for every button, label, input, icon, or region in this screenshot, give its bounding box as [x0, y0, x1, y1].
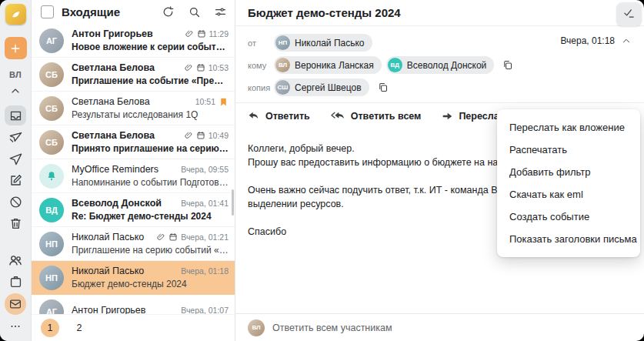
select-all-checkbox[interactable]: [41, 5, 54, 18]
pagination: 1 2: [32, 314, 235, 341]
menu-item-add-filter[interactable]: Добавить фильтр: [497, 161, 640, 183]
sidebar-item-calendar[interactable]: [5, 272, 26, 292]
mail-list-rows: АГ Антон Григорьев 11:29 Новое вложение …: [32, 24, 235, 314]
bell-icon: [45, 170, 58, 182]
cc-chip[interactable]: СШ Сергей Швецов: [274, 79, 369, 96]
app-window: ВЛ: [0, 0, 644, 341]
avatar: СШ: [275, 80, 290, 95]
sidebar-item-contacts[interactable]: [5, 250, 26, 270]
folder-title: Входящие: [62, 5, 162, 18]
reply-button[interactable]: Ответить: [248, 110, 310, 122]
sidebar-item-sent[interactable]: [5, 149, 26, 169]
logo-bird-icon: [9, 8, 22, 21]
menu-item-show-headers[interactable]: Показать заголовки письма: [497, 228, 640, 250]
to-chip[interactable]: ВЛ Вероника Ланская: [274, 56, 382, 74]
outbox-icon: [8, 130, 23, 145]
list-item[interactable]: СБ Светлана Белова 10:53 Приглашение на …: [32, 58, 235, 92]
avatar: ВД: [39, 198, 64, 222]
filter-button[interactable]: [214, 5, 227, 18]
mail-list-panel: Входящие АГ Антон Григорьев: [32, 0, 235, 341]
message-subject: Новое вложение к серии событий «Аналити.…: [72, 42, 229, 52]
send-icon: [8, 152, 23, 166]
reading-pane: Бюджет демо-стенды 2024 от НП Николай Па…: [235, 0, 644, 341]
list-item[interactable]: НП Николай Пасько Вчера, 01:21 Приглашен…: [32, 227, 235, 261]
message-title: Бюджет демо-стенды 2024: [248, 6, 401, 19]
sender-name: Светлана Белова: [72, 62, 179, 73]
copy-recipients-button[interactable]: [502, 59, 513, 71]
collapse-header-icon[interactable]: [621, 35, 632, 46]
avatar: НП: [39, 232, 64, 256]
copy-cc-button[interactable]: [377, 82, 389, 93]
menu-item-forward-as-attachment[interactable]: Переслать как вложение: [497, 116, 640, 139]
message-time: 10:53: [209, 63, 229, 72]
search-button[interactable]: [188, 5, 201, 18]
list-item[interactable]: СБ Светлана Белова 10:49 Принято приглаш…: [32, 125, 235, 159]
list-item-selected[interactable]: НП Николай Пасько Вчера, 01:18 Бюджет де…: [32, 261, 235, 295]
sidebar-item-mail[interactable]: [5, 293, 26, 315]
ellipsis-icon: [8, 319, 22, 333]
contacts-icon: [8, 252, 23, 268]
filter-icon: [214, 5, 227, 18]
page-button-2[interactable]: 2: [70, 319, 88, 337]
to-chip[interactable]: ВД Всеволод Донской: [386, 56, 495, 74]
inbox-icon: [8, 109, 23, 123]
sidebar-more-button[interactable]: [5, 316, 26, 336]
refresh-icon: [162, 5, 175, 18]
avatar: СБ: [39, 96, 64, 121]
collapse-folders-button[interactable]: [5, 81, 26, 101]
menu-item-print[interactable]: Распечатать: [497, 139, 640, 161]
sidebar-item-spam[interactable]: [5, 192, 26, 212]
event-icon: [196, 63, 205, 72]
mail-icon: [8, 297, 22, 311]
sender-name: Антон Григорьев: [72, 28, 180, 39]
sidebar-item-trash[interactable]: [5, 213, 26, 233]
list-item[interactable]: СБ Светлана Белова 10:51 Результаты иссл…: [32, 92, 235, 125]
calendar-icon: [8, 275, 23, 289]
sidebar-apps: [5, 249, 26, 336]
refresh-button[interactable]: [162, 5, 175, 18]
message-subject: Re: Бюджет демо-стенды 2024: [72, 211, 229, 222]
message-time: 11:29: [209, 29, 229, 38]
avatar: АГ: [39, 28, 64, 53]
list-item[interactable]: MyOffice Reminders Вчера, 09:55 Напомина…: [32, 159, 235, 193]
copy-icon: [377, 82, 389, 93]
from-chip[interactable]: НП Николай Пасько: [274, 34, 372, 52]
list-item[interactable]: АГ Антон Григорьев 11:29 Новое вложение …: [32, 24, 235, 58]
compose-button[interactable]: [5, 37, 27, 59]
message-context-menu: Переслать как вложение Распечатать Добав…: [497, 109, 640, 257]
message-subject: Приглашение на серию событий «Демо стен.…: [72, 245, 229, 256]
list-scrollbar[interactable]: [232, 189, 234, 216]
sender-name: Николай Пасько: [72, 266, 176, 276]
sender-name: Всеволод Донской: [72, 198, 176, 209]
quick-reply-bar[interactable]: ВЛ Ответить всем участникам: [235, 313, 644, 341]
multi-select-button[interactable]: [616, 2, 642, 26]
sender-name: Антон Григорьев: [72, 305, 176, 314]
cc-label: копия: [248, 83, 274, 92]
reply-all-button[interactable]: Ответить всем: [330, 110, 422, 122]
mail-list-header: Входящие: [32, 0, 235, 24]
quick-reply-placeholder: Ответить всем участникам: [272, 323, 392, 333]
chevron-up-icon: [9, 85, 22, 97]
event-icon: [196, 131, 205, 140]
page-button-1[interactable]: 1: [41, 319, 59, 337]
menu-item-download-eml[interactable]: Скачать как eml: [497, 183, 640, 206]
list-item[interactable]: ВД Всеволод Донской Вчера, 01:41 Re: Бюд…: [32, 193, 235, 227]
compose-icon: [8, 173, 23, 188]
spam-icon: [8, 195, 23, 209]
message-subject: Напоминание о событии Подготовить отчет.…: [72, 177, 229, 188]
reply-icon: [248, 110, 260, 122]
profile-initials[interactable]: ВЛ: [9, 70, 22, 79]
message-time: 10:49: [209, 131, 229, 140]
sidebar-item-drafts[interactable]: [5, 170, 26, 190]
list-item[interactable]: АГ Антон Григорьев Вчера, 01:07: [32, 295, 235, 314]
from-label: от: [248, 38, 274, 48]
sender-name: Николай Пасько: [72, 232, 152, 242]
paperclip-icon: [184, 63, 193, 72]
sidebar-item-outbox[interactable]: [5, 127, 26, 147]
menu-item-create-event[interactable]: Создать событие: [497, 206, 640, 228]
message-time: Вчера, 01:41: [181, 199, 229, 208]
message-time: Вчера, 01:18: [181, 266, 229, 276]
sidebar-item-inbox[interactable]: [5, 105, 26, 125]
app-logo[interactable]: [5, 4, 26, 25]
avatar: СБ: [39, 130, 64, 155]
